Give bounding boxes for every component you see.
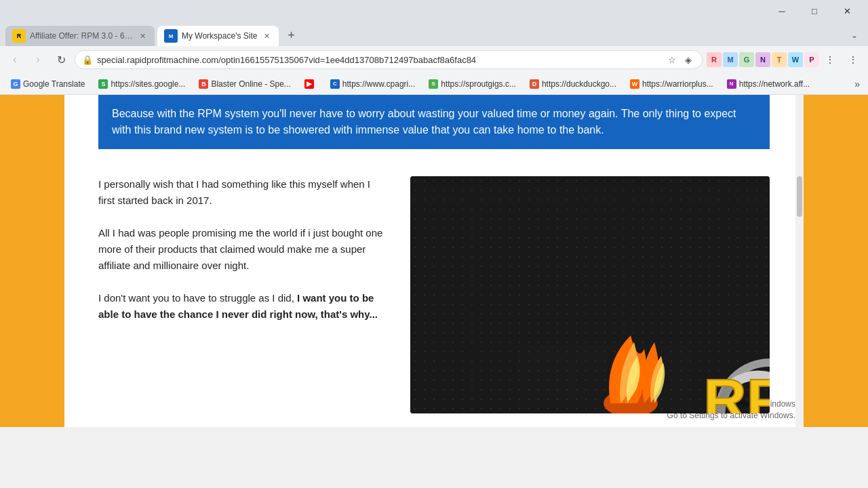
paragraph-2: All I had was people promising me the wo…: [98, 225, 383, 274]
tab-search-button[interactable]: ⌄: [846, 27, 863, 43]
highlighted-text: Because with the RPM system you'll never…: [112, 108, 736, 136]
ext-icon-g[interactable]: G: [739, 52, 754, 67]
address-bar-row: ‹ › ↻ 🔒 special.rapidprofitmachine.com/o…: [0, 46, 868, 73]
bookmark-favicon-sprout: S: [429, 79, 438, 89]
refresh-button[interactable]: ↻: [52, 50, 71, 69]
main-content: I personally wish that I had something l…: [64, 156, 804, 427]
chrome-menu-button[interactable]: ⋮: [844, 50, 863, 69]
ext-icon-r[interactable]: R: [707, 52, 722, 67]
paragraph-3: I don't want you to have to struggle as …: [98, 290, 383, 323]
bookmark-label-network: https://network.aff...: [739, 79, 810, 89]
bookmark-cpa[interactable]: C https://www.cpagri...: [325, 76, 420, 92]
bookmark-label-sites: https://sites.google...: [111, 79, 185, 89]
extension-buttons: R M G N T W P ⋮: [707, 50, 840, 69]
rpm-logo-svg: RPM Rapid Profit Machine: [590, 295, 770, 413]
close-button[interactable]: ✕: [831, 0, 863, 22]
bookmark-label-warrior: https://warriorplus...: [642, 79, 713, 89]
forward-button[interactable]: ›: [28, 50, 47, 69]
page-inner: Because with the RPM system you'll never…: [0, 95, 868, 427]
bookmark-favicon-youtube: ▶: [304, 79, 314, 89]
bookmark-sproutgigs[interactable]: S https://sproutgigs.c...: [423, 76, 521, 92]
extensions-button[interactable]: ⋮: [821, 50, 840, 69]
bookmark-label-sprout: https://sproutgigs.c...: [441, 79, 516, 89]
page-content: Because with the RPM system you'll never…: [0, 95, 868, 427]
text-column: I personally wish that I had something l…: [98, 176, 383, 413]
bookmark-label-google-translate: Google Translate: [23, 79, 85, 89]
tab-bar-right: ⌄: [846, 27, 863, 46]
tab-title-2: My Workspace's Site: [182, 31, 257, 41]
scrollbar[interactable]: [795, 95, 804, 427]
ext-icon-w[interactable]: W: [788, 52, 803, 67]
maximize-button[interactable]: □: [799, 0, 830, 22]
bookmark-blaster[interactable]: B Blaster Online - Spe...: [193, 76, 296, 92]
ext-icon-t[interactable]: T: [772, 52, 787, 67]
bookmark-google-translate[interactable]: G Google Translate: [5, 76, 90, 92]
extension-puzzle-icon[interactable]: ◈: [682, 53, 695, 66]
bookmark-youtube[interactable]: ▶: [299, 76, 322, 92]
tab-close-1[interactable]: ✕: [137, 30, 148, 41]
paragraph-1: I personally wish that I had something l…: [98, 176, 383, 209]
bookmark-favicon-google: G: [11, 79, 20, 89]
bookmark-label-cpa: https://www.cpagri...: [342, 79, 415, 89]
bookmark-favicon-blaster: B: [199, 79, 208, 89]
highlighted-text-block: Because with the RPM system you'll never…: [98, 95, 770, 149]
bookmark-favicon-duck: D: [530, 79, 539, 89]
ext-icon-p[interactable]: P: [804, 52, 819, 67]
bookmarks-bar: G Google Translate S https://sites.googl…: [0, 73, 868, 95]
address-box[interactable]: 🔒 special.rapidprofitmachine.com/optin16…: [75, 50, 703, 69]
back-button[interactable]: ‹: [5, 50, 24, 69]
content-area: Because with the RPM system you'll never…: [64, 95, 804, 427]
bookmark-star-icon[interactable]: ☆: [665, 53, 679, 66]
bookmark-duckduckgo[interactable]: D https://duckduckgo...: [524, 76, 622, 92]
bookmark-favicon-sites: S: [98, 79, 108, 89]
scrollbar-thumb[interactable]: [797, 176, 802, 217]
new-tab-button[interactable]: +: [281, 26, 300, 45]
tab-title-1: Affiliate Offer: RPM 3.0 - 60% CO...: [30, 31, 133, 41]
tab-close-2[interactable]: ✕: [261, 30, 272, 41]
browser-frame: ─ □ ✕ R Affiliate Offer: RPM 3.0 - 60% C…: [0, 0, 868, 427]
lock-icon: 🔒: [82, 55, 93, 65]
image-column: RPM Rapid Profit Machine: [410, 176, 770, 413]
bookmarks-more-button[interactable]: »: [852, 79, 863, 89]
rpm-logo-container: RPM Rapid Profit Machine: [410, 176, 770, 413]
tab-favicon-2: M: [164, 29, 178, 43]
address-url: special.rapidprofitmachine.com/optin1661…: [97, 55, 661, 65]
minimize-button[interactable]: ─: [766, 0, 797, 22]
address-icons: ☆ ◈: [665, 53, 695, 66]
bookmark-sites-google[interactable]: S https://sites.google...: [93, 76, 191, 92]
bookmark-favicon-network: N: [727, 79, 736, 89]
ext-icon-m[interactable]: M: [723, 52, 738, 67]
tab-bar: R Affiliate Offer: RPM 3.0 - 60% CO... ✕…: [0, 22, 868, 46]
ext-icon-n[interactable]: N: [755, 52, 770, 67]
bookmark-label-blaster: Blaster Online - Spe...: [211, 79, 290, 89]
bookmark-label-duck: https://duckduckgo...: [542, 79, 616, 89]
tab-my-workspace[interactable]: M My Workspace's Site ✕: [157, 26, 279, 46]
rpm-logo-text: RPM: [703, 366, 770, 413]
tab-affiliate-offer[interactable]: R Affiliate Offer: RPM 3.0 - 60% CO... ✕: [5, 26, 155, 46]
window-controls: ─ □ ✕: [766, 0, 863, 22]
bookmark-network[interactable]: N https://network.aff...: [722, 76, 816, 92]
bookmark-warrior[interactable]: W https://warriorplus...: [625, 76, 719, 92]
bookmark-favicon-warrior: W: [630, 79, 639, 89]
tab-favicon-1: R: [12, 29, 26, 43]
bookmark-favicon-cpa: C: [330, 79, 340, 89]
title-bar: ─ □ ✕: [0, 0, 868, 22]
